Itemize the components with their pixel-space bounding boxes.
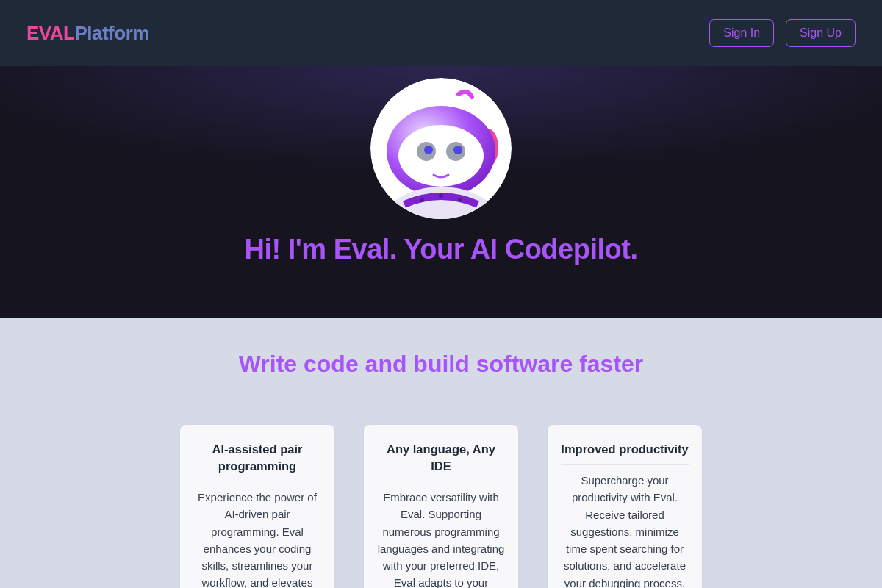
svg-point-10 bbox=[420, 198, 424, 202]
sign-up-button[interactable]: Sign Up bbox=[786, 19, 856, 47]
feature-card-title: AI-assisted pair programming bbox=[193, 441, 321, 481]
feature-cards: AI-assisted pair programming Experience … bbox=[0, 425, 882, 588]
logo-platform: Platform bbox=[74, 22, 148, 44]
header: EVALPlatform Sign In Sign Up bbox=[0, 0, 882, 66]
hero-title: Hi! I'm Eval. Your AI Codepilot. bbox=[0, 234, 882, 265]
feature-card-description: Experience the power of AI-driven pair p… bbox=[193, 489, 321, 588]
feature-card: Any language, Any IDE Embrace versatilit… bbox=[364, 425, 518, 588]
logo[interactable]: EVALPlatform bbox=[26, 22, 149, 45]
sign-in-button[interactable]: Sign In bbox=[709, 19, 774, 47]
feature-card: Improved productivity Supercharge your p… bbox=[548, 425, 702, 588]
feature-card-description: Embrace versatility with Eval. Supportin… bbox=[377, 489, 505, 588]
hero-section: Hi! I'm Eval. Your AI Codepilot. bbox=[0, 66, 882, 318]
logo-eval: EVAL bbox=[26, 22, 74, 44]
features-section: Write code and build software faster AI-… bbox=[0, 318, 882, 588]
svg-point-6 bbox=[424, 146, 433, 154]
svg-point-11 bbox=[439, 193, 443, 198]
svg-point-12 bbox=[458, 198, 462, 202]
feature-card: AI-assisted pair programming Experience … bbox=[180, 425, 334, 588]
feature-card-title: Any language, Any IDE bbox=[377, 441, 505, 481]
feature-card-title: Improved productivity bbox=[561, 441, 689, 465]
robot-avatar-icon bbox=[370, 78, 512, 219]
features-title: Write code and build software faster bbox=[0, 351, 882, 378]
svg-point-8 bbox=[453, 146, 462, 154]
header-buttons: Sign In Sign Up bbox=[709, 19, 856, 47]
feature-card-description: Supercharge your productivity with Eval.… bbox=[561, 472, 689, 588]
